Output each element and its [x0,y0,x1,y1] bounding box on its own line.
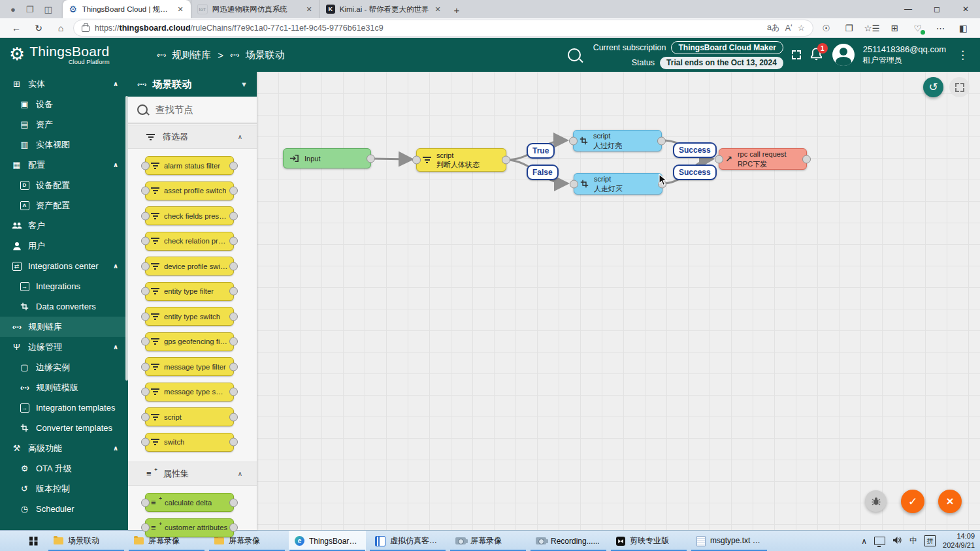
edge-label-success[interactable]: Success [673,142,717,158]
url-field[interactable]: https://thingsboard.cloud/ruleChains/f7e… [73,20,813,37]
sidebar-item-version-control[interactable]: ↺版本控制 [0,479,128,499]
palette-node[interactable]: message type filter [145,357,234,376]
back-icon[interactable]: ← [7,23,26,33]
flow-node-rpc-call[interactable]: ↗ rpc call request RPC下发 [719,148,807,170]
sidebar-item-integration-templates[interactable]: →Integration templates [0,398,128,418]
chevron-up-icon[interactable]: ∧ [113,445,118,452]
workspaces-icon[interactable]: ❐ [26,5,34,14]
browser-profile-icon[interactable]: ● [10,5,16,14]
sidebar-item-profiles[interactable]: ▦配置∧ [0,155,128,175]
sidebar-item-integrations-center[interactable]: ⇄Integrations center∧ [0,256,128,276]
copilot-icon[interactable]: ☉ [816,23,836,33]
sidebar-item-device-profiles[interactable]: D设备配置 [0,175,128,195]
taskbar-item-recording[interactable]: Recording...... [530,531,607,551]
notifications-bell[interactable]: 1 [809,47,824,63]
palette-node[interactable]: device profile switch [145,257,234,276]
edge-label-false[interactable]: False [527,165,559,180]
edge-label-success[interactable]: Success [673,165,717,180]
palette-node[interactable]: alarm status filter [145,156,234,175]
edge-label-true[interactable]: True [527,143,555,159]
chevron-up-icon[interactable]: ∧ [113,262,118,270]
chevron-up-icon[interactable]: ∧ [238,133,242,140]
split-screen-icon[interactable]: ❐ [839,23,859,33]
connector-dot[interactable] [367,154,375,163]
taskbar-item-scene-folder[interactable]: 场景联动 [48,531,125,551]
version-history-button[interactable]: ↺ [923,77,943,97]
connector-dot[interactable] [657,136,666,145]
new-tab-button[interactable]: + [448,1,465,18]
browser-menu-icon[interactable]: ⋯ [930,23,951,33]
tab-actions-icon[interactable]: ◫ [44,5,52,14]
flow-node-input[interactable]: Input [283,148,371,168]
sidebar-item-advanced-features[interactable]: ⚒高级功能∧ [0,438,128,458]
search-icon[interactable] [568,48,581,61]
tab-thingsboard[interactable]: ⚙ ThingsBoard Cloud | 规则链 ✕ [63,0,191,18]
rule-chain-canvas[interactable]: Input script 判断人体状态 True False script 人过… [257,72,980,530]
taskbar-item-sim-client[interactable]: 虚拟仿真客户端（... [369,531,446,551]
palette-node[interactable]: check fields presence [145,206,234,225]
taskbar-item-capcut[interactable]: 剪映专业版 [610,531,687,551]
favorite-star-icon[interactable]: ☆ [798,23,805,33]
sidebar-toggle-icon[interactable]: ◧ [953,23,973,33]
connector-dot[interactable] [570,180,578,188]
ime-mode[interactable]: 拼 [924,535,936,546]
tray-clock[interactable]: 14:09 2024/9/21 [943,532,975,550]
tab-kimi[interactable]: K Kimi.ai - 帮你看更大的世界 ✕ [319,0,448,18]
fullscreen-icon[interactable] [792,50,801,59]
refresh-icon[interactable]: ↻ [29,23,48,33]
connector-dot[interactable] [802,155,811,163]
sidebar-item-entities[interactable]: ⊞实体∧ [0,74,128,94]
start-button[interactable] [22,531,44,551]
sidebar-item-scheduler[interactable]: ◷Scheduler [0,499,128,519]
sidebar-scrollbar[interactable] [125,96,128,381]
palette-header[interactable]: ‹···› 场景联动 ▼ [128,72,257,97]
taskbar-item-notepad[interactable]: msgtype.txt - 记... [691,531,768,551]
sidebar-item-customers[interactable]: 客户 [0,215,128,236]
palette-node[interactable]: switch [145,433,234,452]
connector-dot[interactable] [569,136,578,145]
discard-changes-button[interactable]: × [938,490,962,513]
sidebar-item-rule-chain-templates[interactable]: ‹··›规则链模版 [0,377,128,398]
avatar[interactable] [832,44,855,66]
palette-node[interactable]: entity type filter [145,282,234,301]
tab-iot-sim[interactable]: IoT 网迅通物联网仿真系统 ✕ [191,0,319,18]
palette-node[interactable]: check relation presen... [145,232,234,251]
window-close-button[interactable]: ✕ [951,0,980,18]
volume-icon[interactable] [892,536,902,546]
palette-node[interactable]: gps geofencing filter [145,332,234,351]
sidebar-item-asset-profiles[interactable]: A资产配置 [0,195,128,215]
tab-close-icon[interactable]: ✕ [434,5,442,14]
taskbar-item-screen-recorder[interactable]: 屏幕录像 [449,531,527,551]
apply-changes-button[interactable]: ✓ [901,490,924,513]
translate-icon[interactable]: aあ [767,22,780,33]
section-attributes[interactable]: ≡+ 属性集 ∧ [128,462,257,486]
palette-node[interactable]: message type switch [145,383,234,401]
chevron-up-icon[interactable]: ∧ [113,343,118,351]
sidebar-item-converter-templates[interactable]: Converter templates [0,418,128,438]
flow-node-script-light-on[interactable]: script 人过灯亮 [573,130,662,151]
sidebar-item-edge-management[interactable]: Ψ边缘管理∧ [0,337,128,357]
connector-dot[interactable] [412,156,421,165]
connector-dot[interactable] [715,155,723,163]
palette-node[interactable]: script [145,407,234,426]
connector-dot[interactable] [502,156,510,165]
sidebar-item-rule-chains[interactable]: ‹··›规则链库 [0,317,128,337]
sidebar-item-assets[interactable]: ▤资产 [0,114,128,134]
browser-essentials-icon[interactable]: ♡ [907,23,928,33]
flow-node-script-light-off[interactable]: script 人走灯灭 [574,173,662,195]
chevron-down-icon[interactable]: ▼ [240,80,248,88]
subscription-chip[interactable]: ThingsBoard Cloud Maker [671,41,783,54]
url-text[interactable]: https://thingsboard.cloud/ruleChains/f7e… [95,24,762,33]
sidebar-item-ota-updates[interactable]: ⚙OTA 升级 [0,458,128,479]
chevron-up-icon[interactable]: ∧ [238,470,242,477]
breadcrumb-root[interactable]: 规则链库 [172,49,211,61]
thingsboard-logo[interactable]: ⚙ ThingsBoard Cloud Platform [9,44,133,65]
sidebar-item-devices[interactable]: ▣设备 [0,94,128,114]
canvas-fullscreen-button[interactable] [949,77,970,97]
favorites-list-icon[interactable]: ☆☰ [862,23,882,33]
chevron-up-icon[interactable]: ∧ [113,80,118,87]
user-info[interactable]: 2511418386@qq.com 租户管理员 [863,44,946,65]
palette-node[interactable]: ≡+customer attributes [145,518,234,537]
sidebar-item-users[interactable]: 用户 [0,236,128,256]
chevron-up-icon[interactable]: ∧ [113,161,118,168]
